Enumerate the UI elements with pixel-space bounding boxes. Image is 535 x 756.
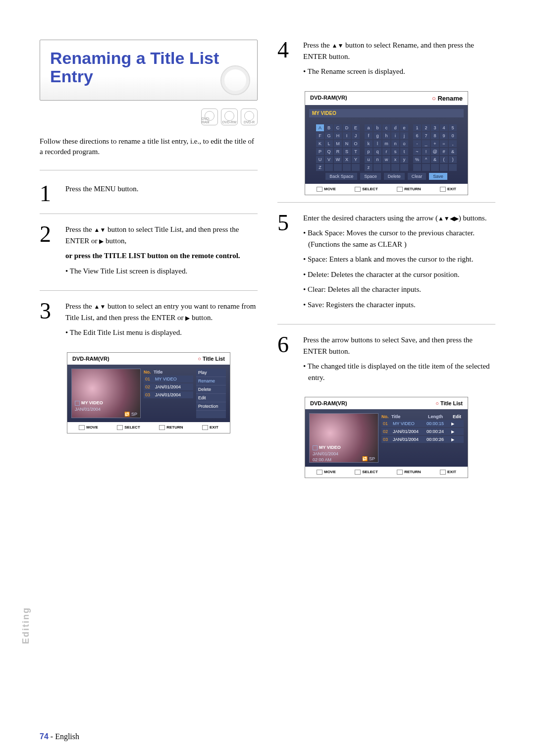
thumb-date: JAN/01/2004: [75, 407, 101, 412]
key: m: [382, 140, 390, 147]
step-bold: or press the TITLE LIST button on the re…: [65, 250, 258, 262]
disc-icon: DVD-R: [241, 108, 258, 125]
key: J: [352, 132, 360, 139]
key: [422, 164, 430, 171]
key: L: [325, 140, 333, 147]
key: D: [343, 124, 351, 131]
step-6: 6 Press the arrow buttons to select Save…: [277, 334, 495, 387]
step-text: Press the arrow buttons to select Save, …: [303, 334, 495, 357]
key: 9: [440, 132, 448, 139]
table-row: 02JAN/01/200400:00:24: [381, 428, 464, 435]
table-row: 01MY VIDEO00:00:15: [381, 420, 464, 427]
page-number: 74 - English: [40, 732, 79, 741]
screen-title-list-final: DVD-RAM(VR) Title List MY VIDEO JAN/01/2…: [305, 397, 468, 478]
step-bullet: The Rename screen is displayed.: [303, 66, 495, 77]
kb-space: Space: [360, 173, 381, 180]
step-number: 1: [40, 183, 57, 204]
kb-backspace: Back Space: [325, 173, 357, 180]
key: s: [391, 148, 399, 155]
foot-hint: RETURN: [397, 187, 421, 192]
step-number: 5: [277, 213, 295, 315]
key: Y: [352, 156, 360, 163]
step-1: 1 Press the MENU button.: [40, 183, 258, 204]
key: C: [334, 124, 342, 131]
page-title: Renaming a Title List Entry: [50, 49, 247, 86]
key: %: [413, 156, 421, 163]
foot-hint: MOVE: [317, 187, 336, 192]
rename-input: MY VIDEO: [309, 109, 464, 117]
keyboard-group: 1234567890-_+=,~!@#&%^&(): [413, 124, 457, 171]
screen-header-left: DVD-RAM(VR): [310, 95, 347, 102]
kb-delete: Delete: [384, 173, 405, 180]
key: #: [440, 148, 448, 155]
foot-hint: SELECT: [355, 187, 378, 192]
key: ^: [422, 156, 430, 163]
step-bullet: Save: Registers the character inputs.: [303, 299, 495, 311]
key: Q: [325, 148, 333, 155]
key: Z: [316, 164, 324, 171]
screen-footer: MOVE SELECT RETURN EXIT: [305, 467, 468, 478]
key: 0: [449, 132, 457, 139]
key: E: [352, 124, 360, 131]
key: w: [382, 156, 390, 163]
step-bullet: Clear: Deletes all the character inputs.: [303, 284, 495, 295]
key: j: [400, 132, 408, 139]
kb-clear: Clear: [408, 173, 427, 180]
key: a: [365, 124, 373, 131]
step-text: Enter the desired characters using the a…: [303, 213, 495, 224]
foot-hint: EXIT: [440, 470, 456, 475]
key: O: [352, 140, 360, 147]
table-row: 02JAN/01/2004: [144, 383, 193, 390]
key: k: [365, 140, 373, 147]
menu-item: Protection: [196, 402, 226, 411]
key: W: [334, 156, 342, 163]
screen-thumbnail: MY VIDEO JAN/01/2004 🔁 SP: [71, 369, 141, 418]
menu-item: Edit: [196, 394, 226, 402]
key: g: [374, 132, 381, 139]
key: n: [374, 156, 381, 163]
key: _: [422, 140, 430, 147]
step-text: Press the ▲▼ button to select Rename, an…: [303, 40, 495, 62]
key: 1: [413, 124, 421, 131]
key: F: [316, 132, 324, 139]
key: b: [374, 124, 381, 131]
step-bullets: Back Space: Moves the cursor to the prev…: [303, 227, 495, 310]
step-bullet: The Edit Title List menu is displayed.: [65, 327, 258, 338]
menu-item: Delete: [196, 385, 226, 394]
key: V: [325, 156, 333, 163]
step-number: 6: [277, 334, 295, 387]
key: p: [365, 148, 373, 155]
step-3: 3 Press the ▲▼ button to select an entry…: [40, 301, 258, 342]
key: c: [382, 124, 390, 131]
thumb-sp: 🔁 SP: [124, 412, 137, 417]
thumb-label: MY VIDEO: [75, 400, 103, 406]
key: T: [352, 148, 360, 155]
disc-icon-row: DVD-RAM DVD-RW DVD-R: [40, 108, 258, 125]
key: y: [400, 156, 408, 163]
table-row: 03JAN/01/200400:00:26: [381, 436, 464, 443]
foot-hint: MOVE: [317, 470, 336, 475]
disc-icon: DVD-RW: [221, 108, 238, 125]
key: [343, 164, 351, 171]
key: 6: [413, 132, 421, 139]
foot-hint: RETURN: [397, 470, 421, 475]
col-title: Title: [154, 370, 193, 375]
step-number: 4: [277, 40, 295, 81]
screen-rename: DVD-RAM(VR) Rename MY VIDEO ABCDEFGHIJKL…: [305, 91, 468, 195]
foot-hint: SELECT: [117, 425, 140, 430]
kb-save: Save: [429, 173, 447, 180]
screen-header-right: Title List: [435, 400, 463, 406]
screen-header-left: DVD-RAM(VR): [72, 356, 109, 362]
table-row: 01MY VIDEO: [144, 376, 193, 382]
thumb-time: 02:00 AM: [313, 457, 331, 462]
foot-hint: MOVE: [79, 425, 98, 430]
key: G: [325, 132, 333, 139]
key: u: [365, 156, 373, 163]
key: ): [449, 156, 457, 163]
foot-hint: EXIT: [440, 187, 456, 192]
screen-title-list-edit: DVD-RAM(VR) Title List MY VIDEO JAN/01/2…: [67, 352, 230, 433]
step-text: Press the ▲▼ button to select an entry y…: [65, 301, 258, 323]
key: l: [374, 140, 381, 147]
key: n: [391, 140, 399, 147]
key: +: [431, 140, 439, 147]
